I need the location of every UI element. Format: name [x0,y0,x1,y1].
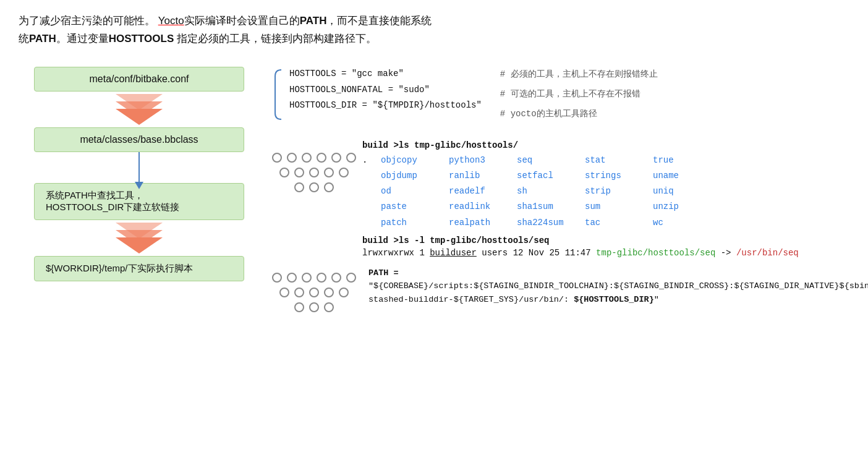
intro-paragraph: 为了减少宿主污染的可能性。 Yocto实际编译时会设置自己的PATH，而不是直接… [19,12,849,48]
main-layout: meta/conf/bitbake.conf meta/classes/base… [19,61,849,312]
dir-item: ranlib [449,168,517,184]
dir-item: tac [585,215,653,231]
dir-item: true [653,153,721,168]
dot [324,168,334,177]
dir-title-2: build >ls -l tmp-glibc/hosttools/seq [362,236,868,245]
dot [317,273,326,283]
dot [309,302,319,312]
dot [346,273,356,283]
dot [272,273,282,283]
flow-column: meta/conf/bitbake.conf meta/classes/base… [19,67,260,281]
dots-column-upper [272,153,356,192]
bracket-icon [272,67,283,122]
dir-item: objcopy [381,153,449,168]
dir-item [721,199,789,215]
dir-item: od [381,184,449,199]
dir-item: objdump [381,168,449,184]
flow-box-bitbake: meta/conf/bitbake.conf [34,67,244,92]
chevron-5 [116,230,163,246]
dir-item: patch [381,215,449,231]
comment-1: # 必须的工具，主机上不存在则报错终止 [500,67,658,82]
dir-listing-area: build >ls tmp-glibc/hosttools/ . objcopy… [362,134,868,258]
triple-arrow-2 [116,223,163,253]
hosttools-lines: HOSTTOOLS = "gcc make" HOSTTOOLS_NONFATA… [289,67,482,122]
bottom-area: PATH = "${COREBASE}/scripts:${STAGING_BI… [272,266,868,312]
dot [294,288,304,297]
dot [346,153,356,163]
hosttools-line-2: HOSTTOOLS_NONFATAL = "sudo" [289,83,482,98]
dot [287,153,297,163]
dir-title-1: build >ls tmp-glibc/hosttools/ [362,140,868,150]
dir-item: strings [585,168,653,184]
middle-area: build >ls tmp-glibc/hosttools/ . objcopy… [272,134,868,258]
dot [302,273,312,283]
dot-prefix: . [362,153,381,168]
dots-column-lower [272,273,356,312]
dot [287,273,297,283]
dir-item: sh [517,184,585,199]
dots-row-1 [272,153,356,163]
comment-3: # yocto的主机工具路径 [500,107,658,122]
dot [294,168,304,177]
dir-item: readelf [449,184,517,199]
dir-item: wc [653,215,721,231]
bracket-container: HOSTTOOLS = "gcc make" HOSTTOOLS_NONFATA… [272,67,482,122]
dot [339,288,349,297]
dot [324,182,334,192]
dot [279,168,289,177]
dir-item [721,184,789,199]
path-section: PATH = "${COREBASE}/scripts:${STAGING_BI… [362,266,868,307]
hosttools-line-1: HOSTTOOLS = "gcc make" [289,67,482,82]
dir-item: uniq [653,184,721,199]
dir-grid: . objcopy python3 seq stat true objdump … [362,153,868,231]
dot [309,168,319,177]
dots-row-2 [279,168,349,177]
intro-text: 为了减少宿主污染的可能性。 Yocto实际编译时会设置自己的PATH，而不是直接… [19,12,847,48]
dir-item: strip [585,184,653,199]
dots-row-5 [279,288,349,297]
dir-item: paste [381,199,449,215]
dot [294,302,304,312]
flow-box-workdir: ${WORKDIR}/temp/下实际执行脚本 [34,256,244,281]
path-value: "${COREBASE}/scripts:${STAGING_BINDIR_TO… [368,279,868,306]
dot [302,153,312,163]
dir-item: readlink [449,199,517,215]
path-label: PATH = [368,266,868,280]
dir-item: stat [585,153,653,168]
dot [294,182,304,192]
dir-listing-upper: build >ls tmp-glibc/hosttools/ . objcopy… [362,140,868,258]
dir-item: sha224sum [517,215,585,231]
dot [309,182,319,192]
dots-row-6 [294,302,334,312]
hosttools-line-3: HOSTTOOLS_DIR = "${TMPDIR}/hosttools" [289,98,482,113]
dots-row-3 [294,182,334,192]
dir-item: python3 [449,153,517,168]
dir-item [721,168,789,184]
dot [339,168,349,177]
symlink-section: build >ls -l tmp-glibc/hosttools/seq lrw… [362,236,868,258]
dir-item: setfacl [517,168,585,184]
dir-item: realpath [449,215,517,231]
right-column: HOSTTOOLS = "gcc make" HOSTTOOLS_NONFATA… [260,61,868,312]
hosttools-section: HOSTTOOLS = "gcc make" HOSTTOOLS_NONFATA… [272,67,868,122]
dir-item: seq [517,153,585,168]
comment-2: # 可选的工具，主机上不存在不报错 [500,87,658,102]
thin-arrow [138,152,140,183]
dot [309,288,319,297]
dot [279,288,289,297]
triple-arrow-1 [116,94,163,125]
dir-item: uname [653,168,721,184]
dot [324,302,334,312]
dir-item: unzip [653,199,721,215]
dot [272,153,282,163]
dir-item [721,215,789,231]
dots-row-4 [272,273,356,283]
chevron-2 [116,101,163,117]
dir-item: sha1sum [517,199,585,215]
dot [324,288,334,297]
dir-item [721,153,789,168]
dot [317,153,326,163]
dot [331,153,341,163]
flow-box-bbclass: meta/classes/base.bbclass [34,127,244,152]
comments-column: # 必须的工具，主机上不存在则报错终止 # 可选的工具，主机上不存在不报错 # … [500,67,658,122]
